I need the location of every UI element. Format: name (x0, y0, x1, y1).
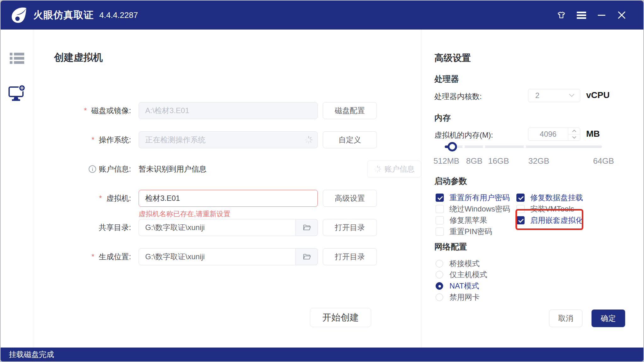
slider-stop-32gb (524, 145, 526, 148)
status-message: 挂载磁盘完成 (9, 349, 54, 359)
checkbox-reset-all-passwords[interactable]: 重置所有用户密码 (436, 193, 510, 203)
disk-image-label: 磁盘或镜像: (33, 106, 131, 116)
radio-selected-icon (436, 282, 443, 290)
disk-config-button[interactable]: 磁盘配置 (323, 102, 377, 119)
folder-browse-button[interactable] (296, 219, 318, 236)
form-row-vm-name: 虚拟机: 高级设置 虚拟机名称已存在,请重新设置 (33, 190, 421, 207)
form-rows: 磁盘或镜像: 磁盘配置 操作系统: (33, 102, 421, 277)
form-row-account: i 账户信息: 暂未识别到用户信息 (33, 161, 421, 178)
output-location-input[interactable] (139, 248, 296, 265)
slider-mark: 512MB (433, 156, 459, 166)
left-sidebar (1, 30, 33, 348)
slider-mark: 32GB (528, 156, 549, 166)
loading-spinner-icon (305, 136, 313, 145)
checkbox-reset-pin[interactable]: 重置PIN密码 (436, 227, 492, 237)
shared-dir-label: 共享目录: (33, 222, 131, 233)
processor-heading: 处理器 (434, 74, 459, 85)
app-title: 火眼仿真取证 (33, 8, 94, 22)
app-logo-icon (10, 7, 28, 24)
radio-host-only-mode[interactable]: 仅主机模式 (436, 270, 487, 280)
panel-actions: 取消 确定 (549, 310, 625, 327)
open-shared-dir-button[interactable]: 打开目录 (323, 219, 377, 236)
statusbar: 挂载磁盘完成 (1, 348, 643, 361)
loading-spinner-icon (374, 165, 381, 173)
form-row-disk-image: 磁盘或镜像: 磁盘配置 (33, 102, 421, 119)
os-custom-button[interactable]: 自定义 (323, 131, 377, 148)
info-icon: i (89, 165, 96, 173)
slider-mark: 64GB (593, 156, 614, 166)
memory-heading: 内存 (434, 112, 451, 123)
checkbox-unchecked-icon (436, 216, 444, 224)
form-row-shared-dir: 共享目录: 打开目录 (33, 219, 421, 236)
checkbox-unchecked-icon (436, 228, 444, 236)
slider-mark: 8GB (466, 156, 482, 166)
memory-unit-label: MB (586, 129, 600, 139)
panel-title: 高级设置 (434, 52, 471, 64)
memory-slider-handle[interactable] (448, 142, 457, 151)
memory-stepper[interactable]: 4096 (528, 128, 580, 141)
shared-dir-input[interactable] (139, 219, 296, 236)
boot-params-heading: 启动参数 (434, 176, 467, 187)
os-input[interactable] (139, 131, 318, 148)
account-status-text: 暂未识别到用户信息 (139, 164, 206, 174)
checkbox-checked-icon (436, 194, 444, 202)
window-controls (556, 10, 643, 20)
create-vm-form: 创建虚拟机 磁盘或镜像: 磁盘配置 操作系统: (33, 30, 421, 348)
disk-image-input[interactable] (139, 102, 318, 119)
slider-mark: 16GB (488, 156, 509, 166)
output-location-label: 生成位置: (33, 252, 131, 262)
checkbox-bypass-windows-password[interactable]: 绕过Windows密码 (436, 204, 510, 214)
vm-name-input[interactable] (139, 190, 318, 207)
theme-skin-icon[interactable] (556, 10, 567, 20)
os-label: 操作系统: (33, 135, 131, 145)
app-version: 4.4.4.2287 (99, 10, 138, 20)
form-row-os: 操作系统: (33, 131, 421, 148)
cpu-unit-label: vCPU (586, 90, 610, 100)
minimize-icon[interactable] (596, 10, 607, 20)
form-row-output-location: 生成位置: 打开目录 (33, 248, 421, 265)
open-output-dir-button[interactable]: 打开目录 (323, 248, 377, 265)
ok-button[interactable]: 确定 (592, 310, 625, 327)
menu-list-icon[interactable] (576, 10, 587, 20)
memory-value: 4096 (528, 130, 568, 139)
stepper-buttons (568, 128, 580, 140)
folder-browse-button[interactable] (296, 248, 318, 265)
chevron-down-icon (569, 93, 575, 98)
checkbox-checked-icon (516, 194, 525, 202)
page-title: 创建虚拟机 (54, 51, 103, 64)
checkbox-checked-icon (516, 216, 525, 224)
memory-slider-track[interactable] (445, 145, 602, 148)
app-window: 火眼仿真取证 4.4.4.2287 (0, 0, 644, 362)
start-create-button[interactable]: 开始创建 (310, 308, 371, 327)
checkbox-fix-hackintosh[interactable]: 修复黑苹果 (436, 215, 487, 225)
task-list-icon[interactable] (10, 52, 24, 65)
close-icon[interactable] (616, 10, 627, 20)
cpu-cores-label: 处理器内核数: (434, 91, 482, 101)
checkbox-fix-data-disk-mount[interactable]: 修复数据盘挂载 (516, 193, 583, 203)
advanced-settings-panel: 高级设置 处理器 处理器内核数: 2 vCPU 内存 虚拟机的内存(M): 40… (421, 30, 643, 348)
account-info-button: 账户信息 (367, 161, 421, 178)
radio-unselected-icon (436, 293, 443, 301)
vm-advanced-settings-button[interactable]: 高级设置 (323, 190, 377, 207)
titlebar: 火眼仿真取证 4.4.4.2287 (1, 1, 643, 30)
slider-stop-16gb (483, 145, 485, 148)
create-vm-icon[interactable] (8, 84, 26, 102)
checkbox-install-vmtools[interactable]: 安装VMTools (516, 204, 574, 214)
increment-button[interactable] (568, 128, 580, 134)
radio-nat-mode[interactable]: NAT模式 (436, 281, 479, 291)
vm-name-error-text: 虚拟机名称已存在,请重新设置 (139, 209, 230, 219)
radio-unselected-icon (436, 271, 443, 278)
decrement-button[interactable] (568, 134, 580, 141)
radio-disable-nic[interactable]: 禁用网卡 (436, 292, 480, 302)
memory-label: 虚拟机的内存(M): (434, 130, 493, 140)
cancel-button[interactable]: 取消 (549, 310, 582, 327)
account-label: i 账户信息: (33, 164, 131, 174)
radio-bridge-mode[interactable]: 桥接模式 (436, 259, 480, 269)
checkbox-unchecked-icon (436, 205, 444, 213)
cpu-cores-value: 2 (535, 91, 539, 100)
radio-unselected-icon (436, 260, 443, 267)
vm-name-label: 虚拟机: (33, 193, 131, 203)
checkbox-enable-nested-virtualization[interactable]: 启用嵌套虚拟化 (516, 215, 583, 225)
cpu-cores-select[interactable]: 2 (528, 89, 580, 102)
network-config-heading: 网络配置 (434, 241, 467, 252)
